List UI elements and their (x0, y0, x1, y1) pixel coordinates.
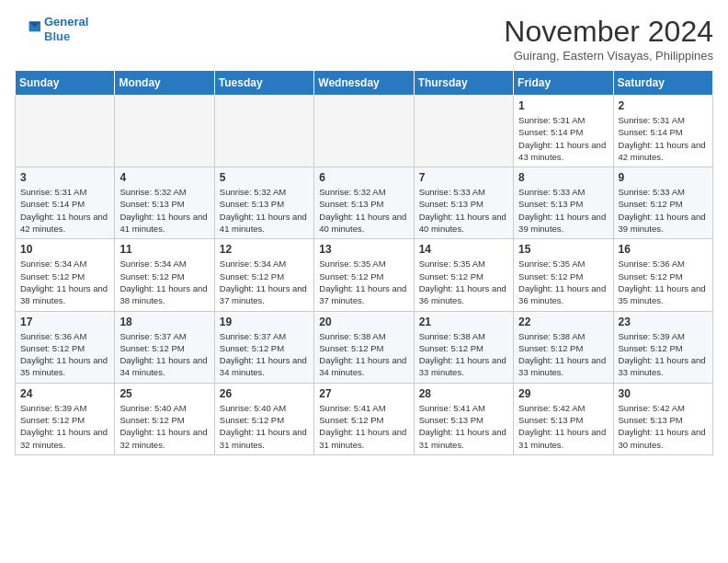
day-info: Sunrise: 5:41 AMSunset: 5:12 PMDaylight:… (319, 402, 408, 451)
calendar-cell: 3Sunrise: 5:31 AMSunset: 5:14 PMDaylight… (16, 167, 115, 239)
weekday-header-friday: Friday (514, 71, 613, 96)
day-number: 15 (518, 243, 608, 256)
day-info: Sunrise: 5:34 AMSunset: 5:12 PMDaylight:… (20, 258, 109, 306)
day-info: Sunrise: 5:34 AMSunset: 5:12 PMDaylight:… (220, 258, 309, 306)
calendar-cell: 26Sunrise: 5:40 AMSunset: 5:12 PMDayligh… (214, 383, 313, 454)
location-subtitle: Guirang, Eastern Visayas, Philippines (504, 49, 713, 63)
calendar-cell: 20Sunrise: 5:38 AMSunset: 5:12 PMDayligh… (314, 311, 414, 383)
day-number: 18 (119, 316, 209, 328)
calendar-cell: 9Sunrise: 5:33 AMSunset: 5:12 PMDaylight… (613, 167, 712, 239)
day-info: Sunrise: 5:33 AMSunset: 5:13 PMDaylight:… (419, 186, 508, 235)
calendar-week-3: 10Sunrise: 5:34 AMSunset: 5:12 PMDayligh… (16, 239, 713, 311)
calendar-cell (214, 96, 313, 167)
day-info: Sunrise: 5:31 AMSunset: 5:14 PMDaylight:… (20, 186, 109, 235)
calendar-cell: 28Sunrise: 5:41 AMSunset: 5:13 PMDayligh… (414, 383, 513, 454)
calendar-table: SundayMondayTuesdayWednesdayThursdayFrid… (15, 70, 713, 455)
calendar-cell: 11Sunrise: 5:34 AMSunset: 5:12 PMDayligh… (115, 239, 214, 311)
calendar-cell (314, 96, 414, 167)
calendar-cell: 16Sunrise: 5:36 AMSunset: 5:12 PMDayligh… (613, 239, 712, 311)
day-info: Sunrise: 5:40 AMSunset: 5:12 PMDaylight:… (220, 402, 309, 451)
calendar-cell: 15Sunrise: 5:35 AMSunset: 5:12 PMDayligh… (514, 239, 613, 311)
weekday-header-wednesday: Wednesday (314, 71, 414, 96)
day-number: 24 (20, 387, 109, 400)
day-number: 14 (419, 243, 508, 256)
month-title: November 2024 (504, 15, 713, 49)
calendar-cell: 14Sunrise: 5:35 AMSunset: 5:12 PMDayligh… (414, 239, 513, 311)
day-info: Sunrise: 5:34 AMSunset: 5:12 PMDaylight:… (119, 258, 209, 306)
logo-text: General Blue (44, 15, 88, 43)
calendar-cell: 25Sunrise: 5:40 AMSunset: 5:12 PMDayligh… (115, 383, 214, 454)
day-number: 7 (419, 171, 508, 184)
weekday-header-tuesday: Tuesday (214, 71, 313, 96)
calendar-cell: 8Sunrise: 5:33 AMSunset: 5:13 PMDaylight… (514, 167, 613, 239)
calendar-cell: 13Sunrise: 5:35 AMSunset: 5:12 PMDayligh… (314, 239, 414, 311)
day-number: 5 (220, 171, 309, 184)
logo-icon (15, 18, 40, 40)
day-number: 26 (220, 387, 309, 400)
calendar-cell: 18Sunrise: 5:37 AMSunset: 5:12 PMDayligh… (115, 311, 214, 383)
day-number: 1 (518, 99, 608, 112)
day-number: 8 (518, 171, 608, 184)
day-info: Sunrise: 5:36 AMSunset: 5:12 PMDaylight:… (20, 330, 109, 379)
day-number: 2 (619, 99, 708, 112)
page-header: General Blue November 2024 Guirang, East… (15, 15, 713, 63)
weekday-header-sunday: Sunday (16, 71, 115, 96)
day-info: Sunrise: 5:38 AMSunset: 5:12 PMDaylight:… (419, 330, 508, 379)
day-number: 21 (419, 316, 508, 328)
day-info: Sunrise: 5:41 AMSunset: 5:13 PMDaylight:… (419, 402, 508, 451)
day-number: 27 (319, 387, 408, 400)
day-number: 9 (619, 171, 708, 184)
day-info: Sunrise: 5:36 AMSunset: 5:12 PMDaylight:… (619, 258, 708, 306)
day-number: 25 (119, 387, 209, 400)
calendar-week-5: 24Sunrise: 5:39 AMSunset: 5:12 PMDayligh… (16, 383, 713, 454)
calendar-cell: 22Sunrise: 5:38 AMSunset: 5:12 PMDayligh… (514, 311, 613, 383)
day-info: Sunrise: 5:37 AMSunset: 5:12 PMDaylight:… (220, 330, 309, 379)
calendar-cell: 21Sunrise: 5:38 AMSunset: 5:12 PMDayligh… (414, 311, 513, 383)
weekday-header-row: SundayMondayTuesdayWednesdayThursdayFrid… (16, 71, 713, 96)
calendar-cell: 30Sunrise: 5:42 AMSunset: 5:13 PMDayligh… (613, 383, 712, 454)
calendar-cell: 4Sunrise: 5:32 AMSunset: 5:13 PMDaylight… (115, 167, 214, 239)
calendar-cell: 10Sunrise: 5:34 AMSunset: 5:12 PMDayligh… (16, 239, 115, 311)
day-number: 10 (20, 243, 109, 256)
calendar-cell: 23Sunrise: 5:39 AMSunset: 5:12 PMDayligh… (613, 311, 712, 383)
day-info: Sunrise: 5:35 AMSunset: 5:12 PMDaylight:… (319, 258, 408, 306)
day-number: 29 (518, 387, 608, 400)
day-number: 11 (119, 243, 209, 256)
day-number: 20 (319, 316, 408, 328)
day-info: Sunrise: 5:32 AMSunset: 5:13 PMDaylight:… (220, 186, 309, 235)
calendar-cell: 27Sunrise: 5:41 AMSunset: 5:12 PMDayligh… (314, 383, 414, 454)
day-info: Sunrise: 5:32 AMSunset: 5:13 PMDaylight:… (319, 186, 408, 235)
calendar-cell: 17Sunrise: 5:36 AMSunset: 5:12 PMDayligh… (16, 311, 115, 383)
calendar-week-2: 3Sunrise: 5:31 AMSunset: 5:14 PMDaylight… (16, 167, 713, 239)
day-info: Sunrise: 5:35 AMSunset: 5:12 PMDaylight:… (419, 258, 508, 306)
day-info: Sunrise: 5:42 AMSunset: 5:13 PMDaylight:… (518, 402, 608, 451)
calendar-cell: 1Sunrise: 5:31 AMSunset: 5:14 PMDaylight… (514, 96, 613, 167)
day-number: 30 (619, 387, 708, 400)
day-number: 6 (319, 171, 408, 184)
day-info: Sunrise: 5:31 AMSunset: 5:14 PMDaylight:… (619, 114, 708, 163)
day-number: 19 (220, 316, 309, 328)
day-number: 13 (319, 243, 408, 256)
day-info: Sunrise: 5:35 AMSunset: 5:12 PMDaylight:… (518, 258, 608, 306)
day-info: Sunrise: 5:39 AMSunset: 5:12 PMDaylight:… (20, 402, 109, 451)
weekday-header-monday: Monday (115, 71, 214, 96)
weekday-header-saturday: Saturday (613, 71, 712, 96)
day-info: Sunrise: 5:42 AMSunset: 5:13 PMDaylight:… (619, 402, 708, 451)
calendar-cell: 7Sunrise: 5:33 AMSunset: 5:13 PMDaylight… (414, 167, 513, 239)
day-info: Sunrise: 5:33 AMSunset: 5:12 PMDaylight:… (619, 186, 708, 235)
calendar-week-1: 1Sunrise: 5:31 AMSunset: 5:14 PMDaylight… (16, 96, 713, 167)
calendar-cell (16, 96, 115, 167)
calendar-cell: 19Sunrise: 5:37 AMSunset: 5:12 PMDayligh… (214, 311, 313, 383)
day-number: 23 (619, 316, 708, 328)
day-info: Sunrise: 5:38 AMSunset: 5:12 PMDaylight:… (518, 330, 608, 379)
title-block: November 2024 Guirang, Eastern Visayas, … (504, 15, 713, 63)
day-number: 28 (419, 387, 508, 400)
day-info: Sunrise: 5:38 AMSunset: 5:12 PMDaylight:… (319, 330, 408, 379)
day-info: Sunrise: 5:31 AMSunset: 5:14 PMDaylight:… (518, 114, 608, 163)
day-info: Sunrise: 5:39 AMSunset: 5:12 PMDaylight:… (619, 330, 708, 379)
day-number: 17 (20, 316, 109, 328)
day-number: 3 (20, 171, 109, 184)
weekday-header-thursday: Thursday (414, 71, 513, 96)
day-info: Sunrise: 5:32 AMSunset: 5:13 PMDaylight:… (119, 186, 209, 235)
day-info: Sunrise: 5:40 AMSunset: 5:12 PMDaylight:… (119, 402, 209, 451)
